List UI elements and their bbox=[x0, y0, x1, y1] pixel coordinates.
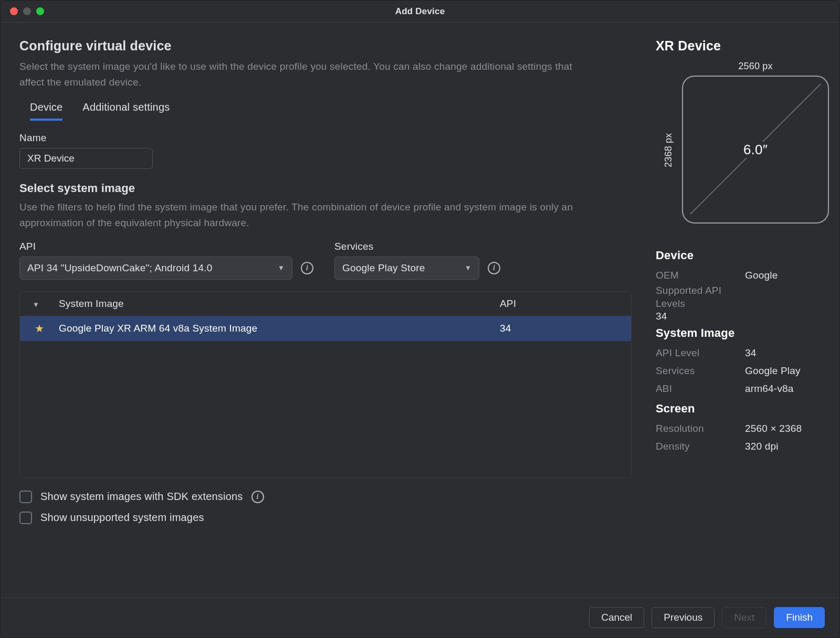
api-filter-label: API bbox=[19, 241, 313, 252]
tab-additional-settings[interactable]: Additional settings bbox=[82, 101, 170, 121]
dialog-window: Add Device Configure virtual device Sele… bbox=[0, 0, 840, 638]
chevron-down-icon: ▼ bbox=[465, 264, 471, 272]
checkbox-sdk-extensions-row: Show system images with SDK extensions i bbox=[19, 491, 632, 503]
finish-button[interactable]: Finish bbox=[774, 607, 825, 628]
abi-value: arm64-v8a bbox=[745, 380, 794, 398]
page-heading: Configure virtual device bbox=[19, 38, 632, 54]
services-label: Services bbox=[656, 362, 745, 380]
table-empty-space bbox=[20, 341, 631, 477]
table-row[interactable]: ★ Google Play XR ARM 64 v8a System Image… bbox=[20, 316, 631, 341]
device-info-heading: Device bbox=[656, 249, 825, 262]
filter-row: API API 34 "UpsideDownCake"; Android 14.… bbox=[19, 241, 632, 280]
col-api[interactable]: API bbox=[500, 292, 631, 316]
name-label: Name bbox=[19, 132, 632, 144]
density-label: Density bbox=[656, 438, 745, 455]
screen-info-heading: Screen bbox=[656, 402, 825, 416]
titlebar: Add Device bbox=[1, 1, 839, 23]
info-icon[interactable]: i bbox=[301, 262, 313, 274]
api-dropdown[interactable]: API 34 "UpsideDownCake"; Android 14.0 ▼ bbox=[19, 257, 292, 280]
services-filter-label: Services bbox=[334, 241, 500, 252]
select-image-heading: Select system image bbox=[19, 182, 632, 195]
name-input[interactable] bbox=[19, 148, 153, 169]
preview-height-label: 2368 px bbox=[661, 77, 676, 224]
checkbox-sdk-extensions-label: Show system images with SDK extensions bbox=[40, 491, 243, 503]
api-level-value: 34 bbox=[745, 344, 757, 362]
services-dropdown-value: Google Play Store bbox=[342, 262, 425, 274]
content-area: Configure virtual device Select the syst… bbox=[1, 23, 839, 597]
checkbox-unsupported-row: Show unsupported system images bbox=[19, 512, 632, 524]
abi-label: ABI bbox=[656, 380, 745, 398]
close-window-icon[interactable] bbox=[10, 7, 18, 15]
page-subtitle: Select the system image you'd like to us… bbox=[19, 59, 586, 91]
system-image-info-heading: System Image bbox=[656, 326, 825, 340]
preview-diagonal-label: 6.0″ bbox=[741, 142, 770, 158]
tab-device[interactable]: Device bbox=[30, 101, 62, 121]
chevron-down-icon: ▼ bbox=[278, 264, 285, 272]
dialog-footer: Cancel Previous Next Finish bbox=[1, 597, 839, 637]
main-panel: Configure virtual device Select the syst… bbox=[1, 23, 650, 597]
supported-api-label: Supported API Levels bbox=[656, 284, 745, 310]
oem-value: Google bbox=[745, 267, 778, 284]
info-icon[interactable]: i bbox=[251, 491, 264, 503]
supported-api-value: 34 bbox=[656, 311, 825, 322]
api-dropdown-value: API 34 "UpsideDownCake"; Android 14.0 bbox=[27, 262, 213, 274]
traffic-lights bbox=[10, 7, 44, 15]
cancel-button[interactable]: Cancel bbox=[589, 607, 644, 628]
services-value: Google Play bbox=[745, 362, 801, 380]
checkbox-sdk-extensions[interactable] bbox=[19, 491, 32, 503]
info-icon[interactable]: i bbox=[488, 262, 500, 274]
checkbox-unsupported-label: Show unsupported system images bbox=[40, 512, 204, 524]
resolution-value: 2560 × 2368 bbox=[745, 420, 802, 438]
device-title: XR Device bbox=[656, 38, 825, 54]
oem-label: OEM bbox=[656, 267, 745, 284]
fullscreen-window-icon[interactable] bbox=[36, 7, 44, 15]
table-header-row: ▼ System Image API bbox=[20, 292, 631, 316]
system-image-name: Google Play XR ARM 64 v8a System Image bbox=[59, 316, 500, 341]
services-dropdown[interactable]: Google Play Store ▼ bbox=[334, 257, 479, 280]
api-level-label: API Level bbox=[656, 344, 745, 362]
chevron-down-icon[interactable]: ▼ bbox=[33, 301, 39, 309]
window-title: Add Device bbox=[395, 6, 445, 17]
select-image-description: Use the filters to help find the system … bbox=[19, 199, 586, 231]
col-system-image[interactable]: System Image bbox=[59, 292, 500, 316]
side-panel: XR Device 2560 px 2368 px 6.0″ Device OE… bbox=[650, 23, 839, 597]
device-info-block: Device OEM Google Supported API Levels 3… bbox=[656, 244, 825, 456]
minimize-window-icon bbox=[23, 7, 31, 15]
preview-width-label: 2560 px bbox=[682, 61, 829, 72]
resolution-label: Resolution bbox=[656, 420, 745, 438]
checkbox-unsupported[interactable] bbox=[19, 512, 32, 524]
tabs: Device Additional settings bbox=[19, 101, 632, 121]
system-image-api: 34 bbox=[500, 316, 631, 341]
preview-device-outline: 6.0″ bbox=[682, 76, 829, 224]
density-value: 320 dpi bbox=[745, 438, 779, 455]
next-button: Next bbox=[722, 607, 766, 628]
star-icon: ★ bbox=[35, 323, 44, 334]
system-image-table: ▼ System Image API ★ Google Play XR ARM … bbox=[19, 291, 632, 478]
previous-button[interactable]: Previous bbox=[652, 607, 715, 628]
device-preview: 2560 px 2368 px 6.0″ bbox=[661, 61, 829, 224]
